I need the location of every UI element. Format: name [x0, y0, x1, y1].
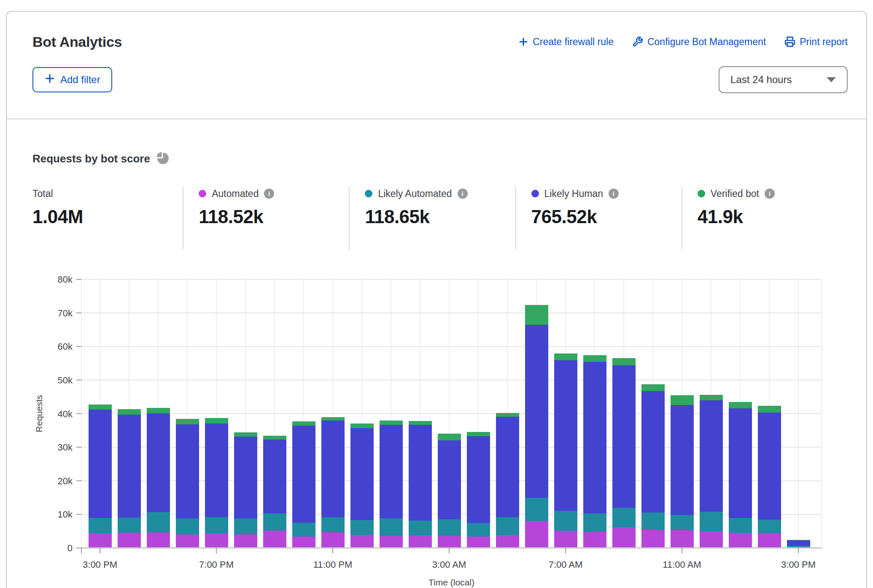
- bar-segment[interactable]: [496, 413, 519, 417]
- bar-segment[interactable]: [321, 532, 345, 548]
- bar-segment[interactable]: [671, 515, 694, 530]
- bar-segment[interactable]: [787, 540, 810, 546]
- bar-segment[interactable]: [758, 406, 781, 413]
- bar-segment[interactable]: [118, 415, 141, 518]
- bar-segment[interactable]: [292, 523, 315, 537]
- bar-segment[interactable]: [612, 527, 636, 548]
- bar-segment[interactable]: [205, 423, 228, 517]
- bar-segment[interactable]: [758, 533, 781, 548]
- bar-segment[interactable]: [409, 535, 432, 548]
- bar-segment[interactable]: [525, 521, 548, 548]
- bar-segment[interactable]: [700, 512, 723, 531]
- info-icon[interactable]: i: [609, 189, 619, 199]
- bar-segment[interactable]: [554, 531, 577, 548]
- configure-bot-management-link[interactable]: Configure Bot Management: [632, 36, 766, 48]
- bar-segment[interactable]: [89, 410, 112, 518]
- bar-segment[interactable]: [671, 395, 694, 405]
- print-report-link[interactable]: Print report: [784, 36, 848, 48]
- bar-segment[interactable]: [350, 428, 374, 520]
- bar-segment[interactable]: [641, 530, 665, 548]
- bar-segment[interactable]: [700, 395, 723, 400]
- bar-segment[interactable]: [292, 421, 315, 426]
- bar-segment[interactable]: [176, 534, 199, 548]
- bar-segment[interactable]: [380, 421, 403, 425]
- bar-segment[interactable]: [205, 517, 228, 533]
- bar-segment[interactable]: [583, 532, 606, 548]
- bar-segment[interactable]: [205, 418, 228, 423]
- bar-segment[interactable]: [409, 425, 432, 521]
- bar-segment[interactable]: [409, 421, 432, 425]
- bar-segment[interactable]: [350, 535, 374, 548]
- bar-segment[interactable]: [641, 384, 665, 391]
- bar-segment[interactable]: [263, 440, 286, 513]
- bar-segment[interactable]: [758, 520, 781, 533]
- bar-segment[interactable]: [671, 405, 694, 515]
- bar-segment[interactable]: [118, 533, 141, 548]
- bar-segment[interactable]: [292, 426, 315, 523]
- bar-segment[interactable]: [380, 536, 403, 548]
- bar-segment[interactable]: [496, 535, 519, 548]
- bar-segment[interactable]: [554, 511, 577, 531]
- bar-segment[interactable]: [380, 425, 403, 518]
- bar-segment[interactable]: [787, 540, 810, 541]
- time-range-select[interactable]: Last 24 hours: [719, 66, 848, 93]
- bar-segment[interactable]: [89, 533, 112, 548]
- bar-segment[interactable]: [525, 305, 548, 325]
- bar-segment[interactable]: [321, 421, 345, 517]
- bar-segment[interactable]: [467, 436, 490, 523]
- bar-segment[interactable]: [438, 519, 461, 536]
- bar-segment[interactable]: [758, 413, 781, 520]
- bar-segment[interactable]: [321, 517, 345, 533]
- bar-segment[interactable]: [467, 432, 490, 436]
- bar-segment[interactable]: [234, 437, 257, 518]
- info-icon[interactable]: i: [765, 189, 775, 199]
- bar-segment[interactable]: [89, 405, 112, 410]
- bar-segment[interactable]: [350, 520, 374, 535]
- bar-segment[interactable]: [176, 424, 199, 518]
- bar-segment[interactable]: [147, 413, 170, 512]
- bar-segment[interactable]: [263, 531, 286, 548]
- bar-segment[interactable]: [612, 358, 636, 365]
- bar-segment[interactable]: [700, 531, 723, 548]
- bar-segment[interactable]: [583, 355, 606, 362]
- bar-segment[interactable]: [641, 512, 665, 530]
- bar-segment[interactable]: [234, 534, 257, 548]
- add-filter-button[interactable]: Add filter: [32, 67, 112, 92]
- bar-segment[interactable]: [525, 325, 548, 498]
- bar-segment[interactable]: [147, 532, 170, 548]
- bar-segment[interactable]: [438, 536, 461, 548]
- info-icon[interactable]: i: [458, 189, 468, 199]
- bar-segment[interactable]: [729, 518, 752, 533]
- bar-segment[interactable]: [496, 517, 519, 535]
- bar-segment[interactable]: [380, 518, 403, 536]
- bar-segment[interactable]: [641, 391, 665, 512]
- bar-segment[interactable]: [438, 440, 461, 519]
- bar-segment[interactable]: [729, 533, 752, 548]
- bar-segment[interactable]: [409, 521, 432, 535]
- bar-segment[interactable]: [438, 434, 461, 440]
- bar-segment[interactable]: [176, 419, 199, 424]
- info-icon[interactable]: i: [264, 189, 274, 199]
- bar-segment[interactable]: [292, 537, 315, 548]
- bar-segment[interactable]: [554, 360, 577, 511]
- bar-segment[interactable]: [350, 423, 374, 428]
- bar-segment[interactable]: [729, 408, 752, 518]
- bar-segment[interactable]: [234, 518, 257, 534]
- bar-segment[interactable]: [118, 409, 141, 415]
- bar-segment[interactable]: [176, 518, 199, 534]
- bar-segment[interactable]: [729, 402, 752, 408]
- bar-segment[interactable]: [147, 512, 170, 532]
- bar-segment[interactable]: [525, 498, 548, 521]
- bar-segment[interactable]: [263, 513, 286, 531]
- bar-segment[interactable]: [234, 432, 257, 437]
- bar-segment[interactable]: [89, 518, 112, 533]
- bar-segment[interactable]: [496, 417, 519, 517]
- bar-segment[interactable]: [263, 436, 286, 440]
- create-firewall-rule-link[interactable]: Create firewall rule: [518, 36, 614, 48]
- bar-segment[interactable]: [147, 408, 170, 413]
- bar-segment[interactable]: [321, 417, 345, 421]
- bar-segment[interactable]: [583, 513, 606, 532]
- bar-segment[interactable]: [700, 400, 723, 512]
- bar-segment[interactable]: [118, 518, 141, 533]
- bar-segment[interactable]: [467, 537, 490, 548]
